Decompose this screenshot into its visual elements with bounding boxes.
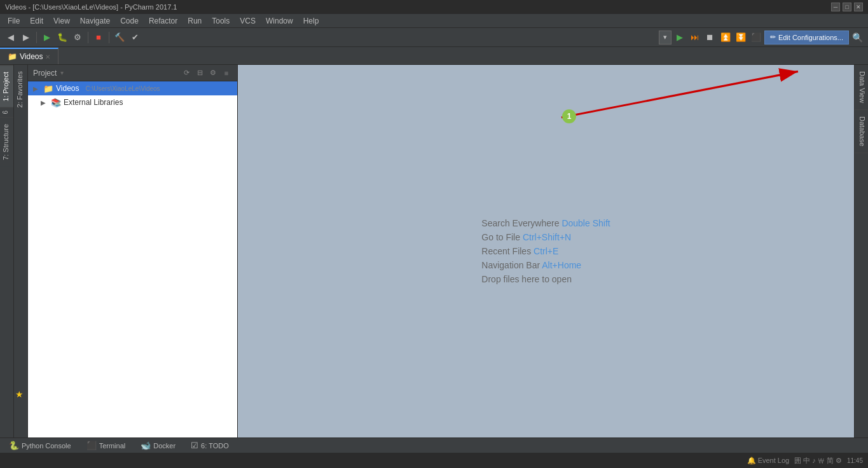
close-button[interactable]: ✕ <box>854 3 863 11</box>
favorites-label[interactable]: 2: Favorites <box>14 65 25 114</box>
stop-button[interactable]: ■ <box>92 31 106 45</box>
hint-nav-text: Navigation Bar <box>481 260 542 270</box>
tree-path-videos: C:\Users\XiaoLeLe\Videos <box>85 85 160 92</box>
menu-run[interactable]: Run <box>183 15 207 27</box>
event-log-label[interactable]: 🔔 Event Log <box>747 457 790 465</box>
menu-edit[interactable]: Edit <box>25 15 48 27</box>
favorites-star-icon[interactable]: ★ <box>15 389 24 399</box>
time-display: 11:45 <box>847 457 863 464</box>
menu-code[interactable]: Code <box>115 15 144 27</box>
hint-gofile-text: Go to File <box>481 232 523 242</box>
menu-file[interactable]: File <box>3 15 25 27</box>
toolbar: ◀ ▶ ▶ 🐛 ⚙ ■ 🔨 ✔ ▾ ▶ ⏭ ⏹ ⏫ ⏬ ⬛ ✏ <box>0 28 868 47</box>
hint-recent-files: Recent Files Ctrl+E <box>481 246 610 256</box>
hint-navigation-bar: Navigation Bar Alt+Home <box>481 260 610 270</box>
terminal-tool[interactable]: ⬛ Terminal <box>83 439 130 451</box>
debug-run-button[interactable]: ⏭ <box>688 31 702 45</box>
project-tree: ▶ 📁 Videos C:\Users\XiaoLeLe\Videos ▶ 📚 … <box>28 81 237 437</box>
menu-navigate[interactable]: Navigate <box>75 15 115 27</box>
hint-drop-files: Drop files here to open <box>481 274 610 284</box>
menu-view[interactable]: View <box>48 15 75 27</box>
run-green-button[interactable]: ▶ <box>673 31 687 45</box>
settings-icon[interactable]: ⚙ <box>207 67 219 79</box>
toolbar-sep3 <box>109 32 109 43</box>
run-extra1[interactable]: ⏫ <box>719 31 733 45</box>
toolbar-right: ▾ ▶ ⏭ ⏹ ⏫ ⏬ ⬛ ✏ Edit Configurations... 🔍 <box>655 28 868 46</box>
tab-videos[interactable]: 📁 Videos ✕ <box>0 48 59 64</box>
project-panel: Project ▾ ⟳ ⊟ ⚙ ≡ ▶ 📁 Videos C:\Users\Xi… <box>28 65 238 437</box>
back-button[interactable]: ◀ <box>4 31 18 45</box>
tree-item-external-libs[interactable]: ▶ 📚 External Libraries <box>28 95 237 109</box>
collapse-all-icon[interactable]: ⊟ <box>194 67 205 79</box>
run-button[interactable]: ▶ <box>40 31 54 45</box>
gear-icon[interactable]: ≡ <box>221 67 232 79</box>
menu-tools[interactable]: Tools <box>207 15 235 27</box>
search-everywhere-button[interactable]: 🔍 <box>850 31 864 45</box>
menu-vcs[interactable]: VCS <box>235 15 261 27</box>
sync-icon[interactable]: ⟳ <box>181 67 192 79</box>
restore-button[interactable]: □ <box>843 3 851 11</box>
minimize-button[interactable]: ─ <box>831 3 840 11</box>
edit-configurations-button[interactable]: ✏ Edit Configurations... <box>764 31 849 45</box>
run-stop-button[interactable]: ⏹ <box>703 31 717 45</box>
run-extra2[interactable]: ⏬ <box>734 31 748 45</box>
tree-label-videos: Videos <box>56 84 79 93</box>
run-config-dropdown[interactable]: ▾ <box>659 31 672 45</box>
build-button[interactable]: 🔨 <box>113 31 127 45</box>
sidebar-tab-project[interactable]: 1: Project <box>0 65 13 107</box>
status-bar: 🔔 Event Log 囲 中 ♪ ₩ 简 ⚙ 11:45 <box>0 453 868 468</box>
tab-close[interactable]: ✕ <box>45 53 50 60</box>
project-dropdown-icon[interactable]: ▾ <box>60 69 64 76</box>
docker-label: Docker <box>153 442 176 450</box>
toolbar-sep2 <box>88 32 88 43</box>
run-with-coverage[interactable]: ⚙ <box>71 31 85 45</box>
project-label: Project <box>33 69 57 78</box>
docker-tool[interactable]: 🐋 Docker <box>137 439 179 451</box>
python-console-tool[interactable]: 🐍 Python Console <box>5 439 75 451</box>
forward-button[interactable]: ▶ <box>19 31 33 45</box>
menu-refactor[interactable]: Refactor <box>144 15 183 27</box>
status-bar-right: 🔔 Event Log 囲 中 ♪ ₩ 简 ⚙ 11:45 <box>747 456 863 465</box>
window-title: Videos - [C:\Users\XiaoLeLe\Videos] - Py… <box>5 3 177 11</box>
terminal-icon: ⬛ <box>86 441 97 450</box>
hint-nav-shortcut: Alt+Home <box>542 260 581 270</box>
python-console-icon: 🐍 <box>9 441 19 450</box>
right-sidebar: Data View Database <box>854 65 868 437</box>
sidebar-tab-structure[interactable]: 7: Structure <box>0 117 13 167</box>
toolbar-sep1 <box>36 32 37 43</box>
hint-search-everywhere: Search Everywhere Double Shift <box>481 218 610 228</box>
ime-status: 囲 中 ♪ ₩ 简 ⚙ <box>794 456 842 465</box>
project-panel-title: Project ▾ <box>33 69 64 78</box>
debug-button[interactable]: 🐛 <box>55 31 69 45</box>
left-sidebar-tabs: 1: Project 6 7: Structure <box>0 65 14 437</box>
hint-search-shortcut: Double Shift <box>561 218 610 228</box>
project-panel-header: Project ▾ ⟳ ⊟ ⚙ ≡ <box>28 65 237 81</box>
title-bar-controls: ─ □ ✕ <box>831 3 863 11</box>
edit-configs-label: Edit Configurations... <box>778 34 843 41</box>
run-config-label: ▾ <box>663 33 667 41</box>
editor-area: 1 Search Everywhere Double Shift Go to F… <box>238 65 854 437</box>
docker-icon: 🐋 <box>141 441 151 450</box>
project-panel-actions: ⟳ ⊟ ⚙ ≡ <box>181 67 232 79</box>
toolbar-left: ◀ ▶ ▶ 🐛 ⚙ ■ 🔨 ✔ <box>0 28 146 46</box>
menu-bar: File Edit View Navigate Code Refactor Ru… <box>0 14 868 28</box>
run-extra3[interactable]: ⬛ <box>749 31 763 45</box>
terminal-label: Terminal <box>99 442 126 450</box>
hint-recent-shortcut: Ctrl+E <box>534 246 558 256</box>
menu-help[interactable]: Help <box>298 15 324 27</box>
todo-tool[interactable]: ☑ 6: TODO <box>187 439 233 451</box>
hint-search-text: Search Everywhere <box>481 218 561 228</box>
right-tab-data-view[interactable]: Data View <box>855 65 868 110</box>
tree-item-videos[interactable]: ▶ 📁 Videos C:\Users\XiaoLeLe\Videos <box>28 81 237 95</box>
hint-recent-text: Recent Files <box>481 246 534 256</box>
library-icon: 📚 <box>51 98 61 107</box>
menu-window[interactable]: Window <box>261 15 298 27</box>
check-button[interactable]: ✔ <box>128 31 142 45</box>
svg-line-1 <box>561 71 798 117</box>
tree-label-extlibs: External Libraries <box>64 98 123 107</box>
hint-gofile-shortcut: Ctrl+Shift+N <box>523 232 571 242</box>
right-tab-database[interactable]: Database <box>855 110 868 153</box>
title-bar: Videos - [C:\Users\XiaoLeLe\Videos] - Py… <box>0 0 868 14</box>
annotation-badge: 1 <box>562 109 576 123</box>
sidebar-tab-6[interactable]: 6 <box>0 107 13 117</box>
